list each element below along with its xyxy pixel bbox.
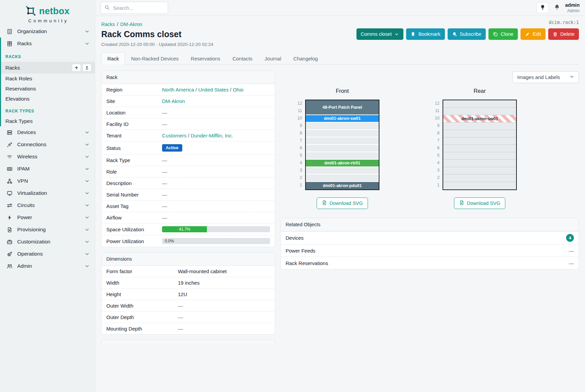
rack-unit-empty[interactable] — [443, 160, 516, 167]
tab-reservations[interactable]: Reservations — [185, 52, 227, 64]
sidebar-item-provisioning[interactable]: Provisioning — [0, 224, 95, 236]
edit-button[interactable]: Edit — [521, 28, 546, 40]
value-link[interactable]: Ohio — [233, 87, 243, 93]
attr-row: Facility ID— — [102, 119, 275, 130]
sidebar-item-racks[interactable]: Racks — [1, 62, 95, 74]
rack-unit-empty[interactable] — [443, 182, 516, 189]
rack-unit-empty[interactable] — [443, 108, 516, 115]
unit-number: 9 — [293, 122, 302, 129]
user-menu[interactable]: admin Admin — [565, 2, 580, 14]
tab-rack[interactable]: Rack — [101, 52, 125, 64]
tab-changelog[interactable]: Changelog — [287, 52, 324, 64]
notifications-button[interactable] — [554, 4, 560, 11]
user-name: admin — [565, 2, 580, 8]
sidebar-item-ipam[interactable]: IPAM — [0, 163, 95, 175]
sidebar-item-organization[interactable]: Organization — [0, 25, 95, 37]
empty-value: — — [178, 314, 183, 320]
search-icon — [104, 5, 110, 11]
sidebar-item-reservations[interactable]: Reservations — [1, 84, 95, 94]
unit-number: 1 — [431, 181, 440, 189]
value-link[interactable]: Customers — [162, 133, 187, 138]
value-link[interactable]: United States — [198, 87, 229, 93]
rack-unit-empty[interactable] — [443, 175, 516, 182]
provisioning-icon — [7, 227, 12, 233]
rack-unit-device[interactable]: dmi01-akron-pdu01 — [306, 182, 379, 189]
sidebar-item-operations[interactable]: Operations — [0, 248, 95, 260]
related-objects-title: Related Objects — [281, 218, 579, 231]
tab-non-racked-devices[interactable]: Non-Racked Devices — [125, 52, 185, 64]
rack-unit-empty[interactable] — [306, 167, 379, 175]
clone-button[interactable]: Clone — [488, 28, 518, 40]
sidebar-item-rack-roles[interactable]: Rack Roles — [1, 74, 95, 84]
sidebar-item-elevations[interactable]: Elevations — [1, 94, 95, 104]
unit-number: 9 — [431, 122, 440, 129]
sidebar-item-virtualization[interactable]: Virtualization — [0, 187, 95, 199]
search-input[interactable] — [112, 5, 164, 11]
rack-unit-device[interactable]: 48-Port Patch Panel — [306, 100, 379, 115]
rack-unit-empty[interactable] — [306, 152, 379, 160]
vpn-icon — [7, 178, 12, 184]
rack-unit-empty[interactable] — [443, 152, 516, 160]
attr-row: StatusActive — [102, 141, 275, 155]
rack-unit-empty[interactable] — [306, 175, 379, 182]
rack-unit-device[interactable]: dmi01-akron-sw01 — [443, 115, 516, 123]
rack-unit-empty[interactable] — [443, 167, 516, 175]
rack-unit-empty[interactable] — [443, 137, 516, 145]
sidebar-item-wireless[interactable]: Wireless — [0, 151, 95, 163]
bookmark-button[interactable]: Bookmark — [406, 28, 445, 40]
ipam-icon — [7, 166, 12, 172]
sidebar-item-connections[interactable]: Connections — [0, 138, 95, 151]
rack-unit-empty[interactable] — [306, 130, 379, 137]
search-box[interactable] — [101, 2, 168, 14]
subscribe-button[interactable]: Subscribe — [448, 28, 486, 40]
sidebar-item-circuits[interactable]: Circuits — [0, 199, 95, 211]
value-link[interactable]: North America — [162, 87, 194, 93]
tab-journal[interactable]: Journal — [259, 52, 287, 64]
rear-elevation: Rear 121110987654321 dmi01-akron-sw01 — [431, 88, 517, 209]
unit-number: 2 — [431, 174, 440, 181]
dimensions-panel-title: Dimensions — [102, 253, 275, 266]
front-download-svg-button[interactable]: Download SVG — [317, 198, 368, 209]
value-link[interactable]: DM-Akron — [162, 98, 185, 104]
related-object-row-power-feeds[interactable]: Power Feeds— — [281, 244, 579, 257]
related-object-row-rack-reservations[interactable]: Rack Reservations— — [281, 257, 579, 269]
dark-mode-toggle-button[interactable] — [536, 2, 549, 13]
sidebar-plus-button[interactable] — [72, 64, 81, 72]
sidebar-item-racks[interactable]: Racks — [1, 37, 95, 50]
rack-unit-empty[interactable] — [443, 100, 516, 108]
related-object-row-devices[interactable]: Devices4 — [281, 231, 579, 244]
breadcrumb-link-0[interactable]: Racks — [101, 22, 115, 27]
delete-button[interactable]: Delete — [548, 28, 579, 40]
sidebar-item-rack-types[interactable]: Rack Types — [1, 116, 95, 126]
value-link[interactable]: Dunder-Mifflin, Inc. — [191, 133, 233, 138]
rack-unit-device[interactable]: dmi01-akron-rtr01 — [306, 160, 379, 167]
attr-row: Power Utilization0.0% — [102, 235, 275, 247]
sidebar-upload-button[interactable] — [82, 64, 91, 72]
breadcrumb-separator: / — [117, 22, 118, 27]
app: netbox Community OrganizationRacksRACKSR… — [0, 0, 585, 392]
elevation-view-select[interactable]: Images and Labels — [512, 71, 579, 83]
sidebar-item-admin[interactable]: Admin — [0, 260, 95, 272]
rack-unit-empty[interactable] — [306, 137, 379, 145]
rear-download-svg-button[interactable]: Download SVG — [454, 198, 505, 209]
lightbulb-icon — [540, 4, 546, 11]
rack-unit-device[interactable]: dmi01-akron-sw01 — [306, 115, 379, 123]
rack-unit-empty[interactable] — [306, 123, 379, 130]
status-badge: Active — [162, 144, 182, 152]
rack-unit-empty[interactable] — [443, 123, 516, 130]
rack-unit-empty[interactable] — [443, 130, 516, 137]
breadcrumb-link-1[interactable]: DM-Akron — [120, 22, 142, 27]
rack-unit-empty[interactable] — [306, 145, 379, 152]
unit-number: 10 — [431, 114, 440, 122]
sidebar-item-devices[interactable]: Devices — [0, 126, 95, 138]
rack-selector-button[interactable]: Comms closet — [356, 28, 404, 40]
sidebar-item-vpn[interactable]: VPN — [0, 175, 95, 187]
rack-panel: Rack RegionNorth America/United States/O… — [101, 71, 275, 247]
tab-bar: RackNon-Racked DevicesReservationsContac… — [101, 52, 579, 64]
sidebar-item-customization[interactable]: Customization — [0, 236, 95, 248]
tab-contacts[interactable]: Contacts — [227, 52, 259, 64]
unit-number: 6 — [431, 144, 440, 152]
sidebar-item-power[interactable]: Power — [0, 211, 95, 224]
download-icon — [459, 200, 464, 206]
rack-unit-empty[interactable] — [443, 145, 516, 152]
